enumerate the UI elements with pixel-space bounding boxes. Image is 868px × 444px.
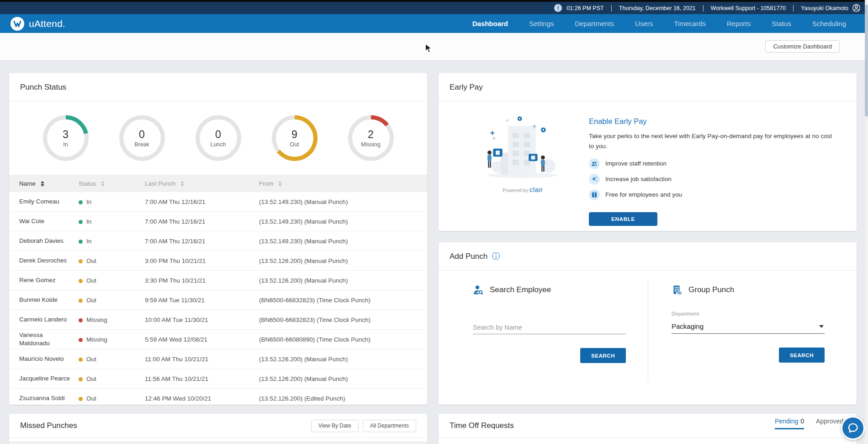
main-navbar: uAttend. DashboardSettingsDepartmentsUse… [0,14,868,33]
enable-early-pay-heading: Enable Early Pay [589,117,838,126]
early-pay-description: Take your perks to the next level with E… [589,131,838,152]
cell-name: Bunmei Koide [19,296,79,304]
early-pay-header: Early Pay [439,73,857,102]
cell-from: (BN6500-66832823) (Time Clock Punch) [259,316,427,323]
time-off-header: Time Off Requests Pending0 Approved [439,414,857,438]
building-icon [672,284,683,295]
status-dot-icon [79,358,83,362]
cell-last-punch: 7:00 AM Thu 12/16/21 [145,198,259,205]
sort-icon [278,181,282,187]
column-header-name[interactable]: Name [19,180,79,187]
status-dot-icon [79,377,83,381]
cell-name: Vanessa Maldonado [19,331,79,347]
buildings-illustration [481,112,565,181]
column-header-from[interactable]: From [259,180,427,187]
missed-punches-card: Missed Punches View By Date All Departme… [9,414,427,444]
add-punch-card: Add Punch ⓘ Search Employee SEARCH [439,242,857,405]
person-search-icon [473,284,484,295]
nav-item-departments[interactable]: Departments [575,20,614,27]
nav-item-dashboard[interactable]: Dashboard [472,20,508,27]
nav-item-scheduling[interactable]: Scheduling [812,20,846,27]
benefit-label: Increase job satisfaction [605,176,672,182]
time-off-title: Time Off Requests [450,421,514,430]
table-row: Emily ComeauIn7:00 AM Thu 12/16/21(13.52… [9,192,427,211]
scrollbar-thumb[interactable] [865,5,868,117]
donut-missing: 2 Missing [348,115,394,161]
missed-punches-title: Missed Punches [20,421,77,430]
main-nav: DashboardSettingsDepartmentsUsersTimecar… [472,20,846,27]
all-departments-button[interactable]: All Departments [363,420,416,432]
sub-toolbar: Customize Dashboard [0,33,868,60]
brand-name: uAttend. [29,18,65,29]
chevron-down-icon [819,325,824,328]
punch-status-card: Punch Status 3 In 0 Break 0 Lunch 9 Out … [9,73,427,405]
nav-item-reports[interactable]: Reports [727,20,751,27]
department-select[interactable]: Packaging [672,319,825,334]
chat-fab-button[interactable] [841,416,865,440]
group-punch-heading-row: Group Punch [672,284,825,295]
brand-logo[interactable]: uAttend. [10,16,65,31]
view-by-date-button[interactable]: View By Date [311,420,359,432]
table-row: Jacqueline PearceOut11:56 AM Thu 10/21/2… [9,369,427,388]
status-dot-icon [79,299,83,303]
powered-by-clair: Powered by clair [481,186,565,193]
pending-count: 0 [800,417,804,425]
group-search-button[interactable]: SEARCH [779,348,825,363]
nav-item-timecards[interactable]: Timecards [674,20,705,27]
cell-status: Out [79,375,145,382]
user-menu[interactable]: Yasuyuki Okamoto [801,4,861,12]
enable-button[interactable]: ENABLE [589,212,657,226]
add-punch-header: Add Punch ⓘ [439,242,857,271]
tab-pending[interactable]: Pending0 [775,417,804,429]
nav-item-users[interactable]: Users [635,20,653,27]
early-pay-card: Early Pay [439,73,857,231]
scrollbar-track[interactable] [865,0,868,444]
cell-status: Out [79,257,145,264]
people-icon [589,158,600,169]
benefit-label: Improve staff retention [605,160,667,167]
benefit-item: Increase job satisfaction [589,174,838,185]
employee-search-button[interactable]: SEARCH [580,348,626,363]
customize-dashboard-button[interactable]: Customize Dashboard [765,40,840,53]
cell-last-punch: 12:46 PM Wed 10/20/21 [145,395,259,402]
early-pay-content: Enable Early Pay Take your perks to the … [589,112,838,226]
early-pay-title: Early Pay [450,83,483,92]
chat-bubble-icon [847,422,859,434]
status-dot-icon [79,240,83,244]
donut-lunch: 0 Lunch [196,115,241,161]
nav-item-settings[interactable]: Settings [529,20,554,27]
benefit-item: Free for employees and you [589,189,838,200]
search-by-name-input[interactable] [473,321,626,334]
status-dot-icon [79,338,83,342]
account-name[interactable]: Workwell Support - 10581770 [711,5,786,11]
cell-last-punch: 10:00 AM Tue 11/30/21 [145,316,259,323]
donut-value: 2 [368,128,374,141]
current-date: Thursday, December 16, 2021 [619,5,696,11]
info-icon[interactable]: ⓘ [492,252,500,260]
sparkle-icon [589,174,600,185]
nav-item-status[interactable]: Status [772,20,791,27]
cell-name: Wai Cote [19,217,79,225]
punch-table-header: Name Status Last Punch From [9,175,427,192]
table-row: Derek DesrochesOut3:00 PM Thu 10/21/21(1… [9,251,427,270]
search-employee-heading: Search Employee [490,285,551,294]
table-row: Carmelo LanderoMissing10:00 AM Tue 11/30… [9,310,427,329]
cell-from: (13.52.126.200) (Manual Punch) [259,277,427,284]
table-row: Rene GomezOut3:30 PM Thu 10/21/21(13.52.… [9,270,427,290]
table-row: Wai CoteIn7:00 AM Thu 12/16/21(13.52.149… [9,211,427,231]
early-pay-illustration: Powered by clair [481,112,565,226]
alert-icon[interactable]: ! [554,4,562,12]
punch-table-body: Emily ComeauIn7:00 AM Thu 12/16/21(13.52… [9,192,427,405]
cell-last-punch: 3:00 PM Thu 10/21/21 [145,257,259,264]
column-header-status[interactable]: Status [79,180,145,187]
sort-icon [180,181,184,187]
user-name: Yasuyuki Okamoto [801,5,848,11]
divider [793,5,794,11]
cell-name: Derek Desroches [19,257,79,265]
table-row: Deborah DaviesIn7:00 AM Thu 12/16/21(13.… [9,231,427,251]
cell-from: (13.52.126.200) (Manual Punch) [259,257,427,264]
donut-value: 9 [291,128,297,141]
status-dot-icon [79,397,83,401]
column-header-last-punch[interactable]: Last Punch [145,180,259,187]
cell-last-punch: 11:56 AM Thu 10/21/21 [145,375,259,382]
